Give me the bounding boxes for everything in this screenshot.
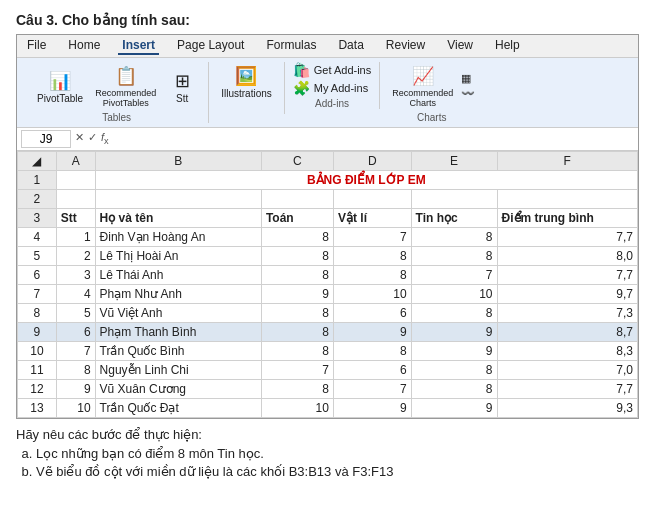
get-addins-label: Get Add-ins <box>314 64 371 76</box>
pivottable-icon: 📊 <box>46 69 74 93</box>
cell-d3: Vật lí <box>333 209 411 228</box>
pivottable-label: PivotTable <box>37 93 83 104</box>
question-title: Câu 3. Cho bảng tính sau: <box>16 12 639 28</box>
instruction-text: Hãy nêu các bước để thực hiện: <box>16 427 639 442</box>
row-4: 4 1 Đinh Vạn Hoàng An 8 7 8 7,7 <box>18 228 638 247</box>
menu-data[interactable]: Data <box>334 37 367 55</box>
cell-f2 <box>497 190 638 209</box>
illustrations-button[interactable]: 🖼️ Illustrations <box>217 62 276 101</box>
recommended-pivottables-button[interactable]: 📋 RecommendedPivotTables <box>91 62 160 110</box>
row-9: 9 6 Phạm Thanh Bình 8 9 9 8,7 <box>18 323 638 342</box>
get-addins-button[interactable]: 🛍️ Get Add-ins <box>293 62 371 78</box>
cancel-icon: ✕ <box>75 131 84 146</box>
cell-b3: Họ và tên <box>95 209 261 228</box>
table-icon: ⊞ <box>168 69 196 93</box>
charts-group-label: Charts <box>417 112 446 123</box>
task-list: Lọc những bạn có điểm 8 môn Tin học. Vẽ … <box>36 446 639 479</box>
cell-a3: Stt <box>56 209 95 228</box>
row-num-2: 2 <box>18 190 57 209</box>
row-5: 5 2 Lê Thị Hoài An 8 8 8 8,0 <box>18 247 638 266</box>
recommended-pivottables-icon: 📋 <box>112 64 140 88</box>
illustrations-label: Illustrations <box>221 88 272 99</box>
ribbon-group-charts: 📈 RecommendedCharts ▦ 〰️ Charts <box>380 62 483 123</box>
col-header-f: F <box>497 152 638 171</box>
col-header-b: B <box>95 152 261 171</box>
row-1: 1 BẢNG ĐIỂM LỚP EM <box>18 171 638 190</box>
my-addins-button[interactable]: 🧩 My Add-ins <box>293 80 371 96</box>
get-addins-icon: 🛍️ <box>293 62 310 78</box>
line-chart-button[interactable]: 〰️ <box>461 87 475 100</box>
row-12: 12 9 Vũ Xuân Cương 8 7 8 7,7 <box>18 380 638 399</box>
cell-c2 <box>261 190 333 209</box>
row-10: 10 7 Trần Quốc Bình 8 8 9 8,3 <box>18 342 638 361</box>
row-3: 3 Stt Họ và tên Toán Vật lí Tin học Điểm… <box>18 209 638 228</box>
addins-group-label: Add-ins <box>315 98 349 109</box>
row-7: 7 4 Phạm Như Anh 9 10 10 9,7 <box>18 285 638 304</box>
col-header-e: E <box>411 152 497 171</box>
spreadsheet-table: ◢ A B C D E F 1 BẢNG ĐIỂM LỚP EM 2 <box>17 151 638 418</box>
col-header-a: A <box>56 152 95 171</box>
table-button[interactable]: ⊞ Stt <box>164 67 200 106</box>
menu-bar: File Home Insert Page Layout Formulas Da… <box>17 35 638 58</box>
row-num-1: 1 <box>18 171 57 190</box>
cell-a2 <box>56 190 95 209</box>
cell-c3: Toán <box>261 209 333 228</box>
cell-b2 <box>95 190 261 209</box>
formula-bar: ✕ ✓ fx <box>17 128 638 151</box>
illustrations-group-label <box>245 103 248 114</box>
task-item-1: Lọc những bạn có điểm 8 môn Tin học. <box>36 446 639 461</box>
menu-review[interactable]: Review <box>382 37 429 55</box>
function-icon: fx <box>101 131 109 146</box>
row-11: 11 8 Nguyễn Linh Chi 7 6 8 7,0 <box>18 361 638 380</box>
confirm-icon: ✓ <box>88 131 97 146</box>
cell-e3: Tin học <box>411 209 497 228</box>
excel-mockup: File Home Insert Page Layout Formulas Da… <box>16 34 639 419</box>
tables-group-label: Tables <box>102 112 131 123</box>
menu-home[interactable]: Home <box>64 37 104 55</box>
recommended-charts-button[interactable]: 📈 RecommendedCharts <box>388 62 457 110</box>
pivottable-button[interactable]: 📊 PivotTable <box>33 67 87 106</box>
ribbon-group-illustrations: 🖼️ Illustrations <box>209 62 285 114</box>
cell-f3: Điểm trung bình <box>497 209 638 228</box>
recommended-pivottables-label: RecommendedPivotTables <box>95 88 156 108</box>
row-num-3: 3 <box>18 209 57 228</box>
recommended-charts-icon: 📈 <box>409 64 437 88</box>
table-label: Stt <box>176 93 188 104</box>
menu-insert[interactable]: Insert <box>118 37 159 55</box>
col-header-d: D <box>333 152 411 171</box>
recommended-charts-label: RecommendedCharts <box>392 88 453 108</box>
line-chart-icon: 〰️ <box>461 87 475 100</box>
row-2: 2 <box>18 190 638 209</box>
ribbon-group-tables: 📊 PivotTable 📋 RecommendedPivotTables ⊞ … <box>25 62 209 123</box>
bar-chart-icon: ▦ <box>461 72 471 85</box>
cell-title: BẢNG ĐIỂM LỚP EM <box>95 171 637 190</box>
cell-reference[interactable] <box>21 130 71 148</box>
row-6: 6 3 Lê Thái Anh 8 8 7 7,7 <box>18 266 638 285</box>
col-header-c: C <box>261 152 333 171</box>
row-13: 13 10 Trần Quốc Đạt 10 9 9 9,3 <box>18 399 638 418</box>
cell-d2 <box>333 190 411 209</box>
row-8: 8 5 Vũ Việt Anh 8 6 8 7,3 <box>18 304 638 323</box>
menu-help[interactable]: Help <box>491 37 524 55</box>
menu-view[interactable]: View <box>443 37 477 55</box>
menu-formulas[interactable]: Formulas <box>262 37 320 55</box>
my-addins-label: My Add-ins <box>314 82 368 94</box>
ribbon-group-addins: 🛍️ Get Add-ins 🧩 My Add-ins Add-ins <box>285 62 380 109</box>
corner-cell: ◢ <box>18 152 57 171</box>
bar-chart-button[interactable]: ▦ <box>461 72 475 85</box>
menu-file[interactable]: File <box>23 37 50 55</box>
ribbon: 📊 PivotTable 📋 RecommendedPivotTables ⊞ … <box>17 58 638 128</box>
my-addins-icon: 🧩 <box>293 80 310 96</box>
task-item-2: Vẽ biểu đồ cột với miền dữ liệu là các k… <box>36 464 639 479</box>
formula-input[interactable] <box>113 132 634 146</box>
questions-section: Hãy nêu các bước để thực hiện: Lọc những… <box>16 427 639 479</box>
cell-e2 <box>411 190 497 209</box>
cell-a1 <box>56 171 95 190</box>
col-header-row: ◢ A B C D E F <box>18 152 638 171</box>
menu-pagelayout[interactable]: Page Layout <box>173 37 248 55</box>
illustrations-icon: 🖼️ <box>232 64 260 88</box>
